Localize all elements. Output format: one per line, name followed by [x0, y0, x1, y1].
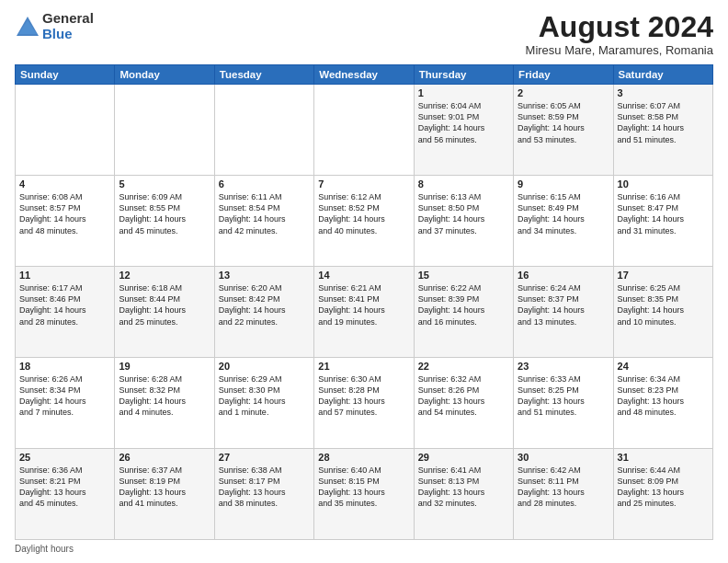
logo: General Blue	[15, 11, 94, 41]
day-number: 2	[518, 87, 609, 98]
day-info: Sunrise: 6:17 AM Sunset: 8:46 PM Dayligh…	[19, 282, 110, 327]
day-info: Sunrise: 6:11 AM Sunset: 8:54 PM Dayligh…	[219, 191, 310, 236]
month-year: August 2024	[526, 11, 713, 43]
table-row: 5Sunrise: 6:09 AM Sunset: 8:55 PM Daylig…	[115, 176, 214, 267]
day-number: 24	[618, 361, 709, 372]
day-number: 12	[119, 270, 210, 281]
col-saturday: Saturday	[613, 65, 712, 85]
day-info: Sunrise: 6:25 AM Sunset: 8:35 PM Dayligh…	[618, 282, 709, 327]
day-info: Sunrise: 6:40 AM Sunset: 8:15 PM Dayligh…	[318, 465, 409, 510]
table-row: 9Sunrise: 6:15 AM Sunset: 8:49 PM Daylig…	[514, 176, 613, 267]
day-info: Sunrise: 6:44 AM Sunset: 8:09 PM Dayligh…	[618, 465, 709, 510]
day-number: 18	[19, 361, 110, 372]
day-info: Sunrise: 6:38 AM Sunset: 8:17 PM Dayligh…	[219, 465, 310, 510]
location: Miresu Mare, Maramures, Romania	[526, 43, 713, 57]
table-row: 15Sunrise: 6:22 AM Sunset: 8:39 PM Dayli…	[414, 267, 513, 358]
table-row: 8Sunrise: 6:13 AM Sunset: 8:50 PM Daylig…	[414, 176, 513, 267]
calendar-week-row: 18Sunrise: 6:26 AM Sunset: 8:34 PM Dayli…	[16, 358, 713, 449]
page: General Blue August 2024 Miresu Mare, Ma…	[0, 0, 728, 563]
day-info: Sunrise: 6:21 AM Sunset: 8:41 PM Dayligh…	[318, 282, 409, 327]
day-number: 28	[318, 452, 409, 463]
table-row: 23Sunrise: 6:33 AM Sunset: 8:25 PM Dayli…	[514, 358, 613, 449]
day-info: Sunrise: 6:36 AM Sunset: 8:21 PM Dayligh…	[19, 465, 110, 510]
day-number: 16	[518, 270, 609, 281]
day-info: Sunrise: 6:07 AM Sunset: 8:58 PM Dayligh…	[618, 100, 709, 145]
day-info: Sunrise: 6:15 AM Sunset: 8:49 PM Dayligh…	[518, 191, 609, 236]
table-row: 21Sunrise: 6:30 AM Sunset: 8:28 PM Dayli…	[314, 358, 414, 449]
day-info: Sunrise: 6:41 AM Sunset: 8:13 PM Dayligh…	[418, 465, 509, 510]
day-number: 13	[219, 270, 310, 281]
table-row	[115, 85, 214, 176]
table-row: 31Sunrise: 6:44 AM Sunset: 8:09 PM Dayli…	[613, 449, 712, 540]
table-row	[314, 85, 414, 176]
day-number: 21	[318, 361, 409, 372]
day-info: Sunrise: 6:33 AM Sunset: 8:25 PM Dayligh…	[518, 373, 609, 419]
day-number: 9	[518, 178, 609, 190]
col-thursday: Thursday	[414, 65, 513, 85]
day-info: Sunrise: 6:18 AM Sunset: 8:44 PM Dayligh…	[119, 282, 210, 327]
day-info: Sunrise: 6:22 AM Sunset: 8:39 PM Dayligh…	[418, 282, 509, 327]
table-row: 29Sunrise: 6:41 AM Sunset: 8:13 PM Dayli…	[414, 449, 513, 540]
day-number: 15	[418, 270, 509, 281]
title-block: August 2024 Miresu Mare, Maramures, Roma…	[526, 11, 713, 57]
day-number: 10	[618, 178, 709, 190]
table-row: 17Sunrise: 6:25 AM Sunset: 8:35 PM Dayli…	[613, 267, 712, 358]
day-number: 27	[219, 452, 310, 463]
day-number: 5	[119, 178, 210, 190]
table-row: 11Sunrise: 6:17 AM Sunset: 8:46 PM Dayli…	[16, 267, 115, 358]
day-number: 30	[518, 452, 609, 463]
day-info: Sunrise: 6:24 AM Sunset: 8:37 PM Dayligh…	[518, 282, 609, 327]
col-friday: Friday	[514, 65, 613, 85]
day-number: 31	[618, 452, 709, 463]
day-number: 6	[219, 178, 310, 190]
logo-blue-text: Blue	[42, 27, 94, 42]
day-number: 20	[219, 361, 310, 372]
table-row: 2Sunrise: 6:05 AM Sunset: 8:59 PM Daylig…	[514, 85, 613, 176]
table-row: 24Sunrise: 6:34 AM Sunset: 8:23 PM Dayli…	[613, 358, 712, 449]
day-number: 8	[418, 178, 509, 190]
day-info: Sunrise: 6:08 AM Sunset: 8:57 PM Dayligh…	[19, 191, 110, 236]
header: General Blue August 2024 Miresu Mare, Ma…	[15, 11, 713, 57]
day-number: 7	[318, 178, 409, 190]
table-row: 13Sunrise: 6:20 AM Sunset: 8:42 PM Dayli…	[214, 267, 313, 358]
calendar-table: Sunday Monday Tuesday Wednesday Thursday…	[15, 64, 713, 540]
table-row: 12Sunrise: 6:18 AM Sunset: 8:44 PM Dayli…	[115, 267, 214, 358]
table-row: 30Sunrise: 6:42 AM Sunset: 8:11 PM Dayli…	[514, 449, 613, 540]
day-number: 26	[119, 452, 210, 463]
table-row: 18Sunrise: 6:26 AM Sunset: 8:34 PM Dayli…	[16, 358, 115, 449]
logo-text: General Blue	[42, 11, 94, 41]
day-number: 19	[119, 361, 210, 372]
table-row: 27Sunrise: 6:38 AM Sunset: 8:17 PM Dayli…	[214, 449, 313, 540]
logo-icon	[15, 14, 40, 40]
table-row: 26Sunrise: 6:37 AM Sunset: 8:19 PM Dayli…	[115, 449, 214, 540]
table-row: 10Sunrise: 6:16 AM Sunset: 8:47 PM Dayli…	[613, 176, 712, 267]
day-info: Sunrise: 6:30 AM Sunset: 8:28 PM Dayligh…	[318, 373, 409, 419]
day-number: 23	[518, 361, 609, 372]
table-row: 6Sunrise: 6:11 AM Sunset: 8:54 PM Daylig…	[214, 176, 313, 267]
table-row: 1Sunrise: 6:04 AM Sunset: 9:01 PM Daylig…	[414, 85, 513, 176]
day-info: Sunrise: 6:16 AM Sunset: 8:47 PM Dayligh…	[618, 191, 709, 236]
day-info: Sunrise: 6:09 AM Sunset: 8:55 PM Dayligh…	[119, 191, 210, 236]
table-row: 28Sunrise: 6:40 AM Sunset: 8:15 PM Dayli…	[314, 449, 414, 540]
day-info: Sunrise: 6:13 AM Sunset: 8:50 PM Dayligh…	[418, 191, 509, 236]
table-row: 19Sunrise: 6:28 AM Sunset: 8:32 PM Dayli…	[115, 358, 214, 449]
calendar-week-row: 4Sunrise: 6:08 AM Sunset: 8:57 PM Daylig…	[16, 176, 713, 267]
table-row: 16Sunrise: 6:24 AM Sunset: 8:37 PM Dayli…	[514, 267, 613, 358]
footer-label: Daylight hours	[15, 544, 74, 554]
day-info: Sunrise: 6:05 AM Sunset: 8:59 PM Dayligh…	[518, 100, 609, 145]
col-tuesday: Tuesday	[214, 65, 313, 85]
calendar-week-row: 11Sunrise: 6:17 AM Sunset: 8:46 PM Dayli…	[16, 267, 713, 358]
day-number: 3	[618, 87, 709, 98]
day-number: 4	[19, 178, 110, 190]
day-info: Sunrise: 6:34 AM Sunset: 8:23 PM Dayligh…	[618, 373, 709, 419]
table-row	[16, 85, 115, 176]
col-monday: Monday	[115, 65, 214, 85]
calendar: Sunday Monday Tuesday Wednesday Thursday…	[15, 64, 713, 540]
calendar-week-row: 25Sunrise: 6:36 AM Sunset: 8:21 PM Dayli…	[16, 449, 713, 540]
table-row: 7Sunrise: 6:12 AM Sunset: 8:52 PM Daylig…	[314, 176, 414, 267]
day-number: 29	[418, 452, 509, 463]
day-info: Sunrise: 6:20 AM Sunset: 8:42 PM Dayligh…	[219, 282, 310, 327]
table-row: 4Sunrise: 6:08 AM Sunset: 8:57 PM Daylig…	[16, 176, 115, 267]
calendar-header-row: Sunday Monday Tuesday Wednesday Thursday…	[16, 65, 713, 85]
table-row: 22Sunrise: 6:32 AM Sunset: 8:26 PM Dayli…	[414, 358, 513, 449]
